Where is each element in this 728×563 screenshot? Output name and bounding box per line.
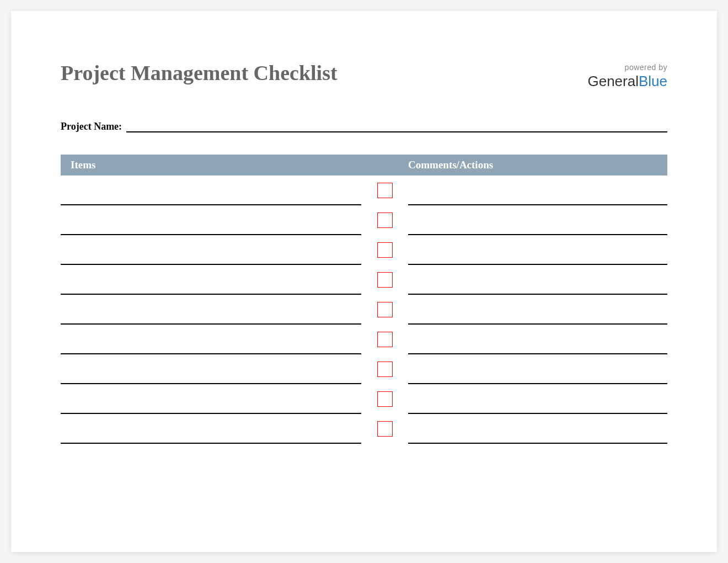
checkbox-cell bbox=[361, 295, 408, 325]
checkbox[interactable] bbox=[377, 421, 393, 437]
checkbox-cell bbox=[361, 384, 408, 414]
checkbox[interactable] bbox=[377, 183, 393, 198]
comment-input[interactable] bbox=[408, 394, 667, 414]
item-input[interactable] bbox=[61, 394, 361, 414]
checkbox[interactable] bbox=[377, 332, 393, 347]
col-header-comments: Comments/Actions bbox=[408, 159, 667, 171]
table-header: Items Comments/Actions bbox=[61, 155, 667, 176]
table-row bbox=[61, 205, 667, 235]
item-input[interactable] bbox=[61, 334, 361, 354]
table-row bbox=[61, 354, 667, 384]
comment-input[interactable] bbox=[408, 334, 667, 354]
checkbox[interactable] bbox=[377, 302, 393, 317]
checkbox-cell bbox=[361, 414, 408, 444]
comment-input[interactable] bbox=[408, 215, 667, 235]
item-input[interactable] bbox=[61, 245, 361, 265]
item-input[interactable] bbox=[61, 305, 361, 325]
item-input[interactable] bbox=[61, 364, 361, 384]
page-title: Project Management Checklist bbox=[61, 61, 338, 85]
comment-input[interactable] bbox=[408, 424, 667, 444]
table-row bbox=[61, 295, 667, 325]
project-name-row: Project Name: bbox=[61, 120, 667, 132]
logo-text: GeneralBlue bbox=[587, 73, 667, 90]
col-header-items: Items bbox=[61, 159, 370, 171]
table-row bbox=[61, 235, 667, 265]
comment-input[interactable] bbox=[408, 305, 667, 325]
document-page: Project Management Checklist powered by … bbox=[11, 11, 717, 552]
logo-blue: Blue bbox=[639, 73, 667, 89]
checkbox-cell bbox=[361, 325, 408, 354]
item-input[interactable] bbox=[61, 424, 361, 444]
col-header-check bbox=[370, 159, 408, 171]
checkbox-cell bbox=[361, 176, 408, 205]
checkbox[interactable] bbox=[377, 391, 393, 407]
checkbox[interactable] bbox=[377, 242, 393, 258]
item-input[interactable] bbox=[61, 215, 361, 235]
checkbox[interactable] bbox=[377, 213, 393, 228]
checkbox[interactable] bbox=[377, 272, 393, 288]
comment-input[interactable] bbox=[408, 364, 667, 384]
item-input[interactable] bbox=[61, 185, 361, 205]
comment-input[interactable] bbox=[408, 245, 667, 265]
powered-by-label: powered by bbox=[587, 63, 667, 72]
comment-input[interactable] bbox=[408, 275, 667, 295]
project-name-label: Project Name: bbox=[61, 121, 122, 132]
table-row bbox=[61, 325, 667, 354]
table-row bbox=[61, 265, 667, 295]
checkbox[interactable] bbox=[377, 362, 393, 377]
table-row bbox=[61, 176, 667, 205]
header-row: Project Management Checklist powered by … bbox=[61, 61, 667, 90]
table-row bbox=[61, 384, 667, 414]
table-body bbox=[61, 176, 667, 444]
comment-input[interactable] bbox=[408, 185, 667, 205]
checkbox-cell bbox=[361, 265, 408, 295]
table-row bbox=[61, 414, 667, 444]
logo-block: powered by GeneralBlue bbox=[587, 61, 667, 90]
checkbox-cell bbox=[361, 354, 408, 384]
item-input[interactable] bbox=[61, 275, 361, 295]
project-name-input[interactable] bbox=[126, 120, 667, 132]
checkbox-cell bbox=[361, 205, 408, 235]
logo-general: General bbox=[587, 73, 639, 89]
checkbox-cell bbox=[361, 235, 408, 265]
